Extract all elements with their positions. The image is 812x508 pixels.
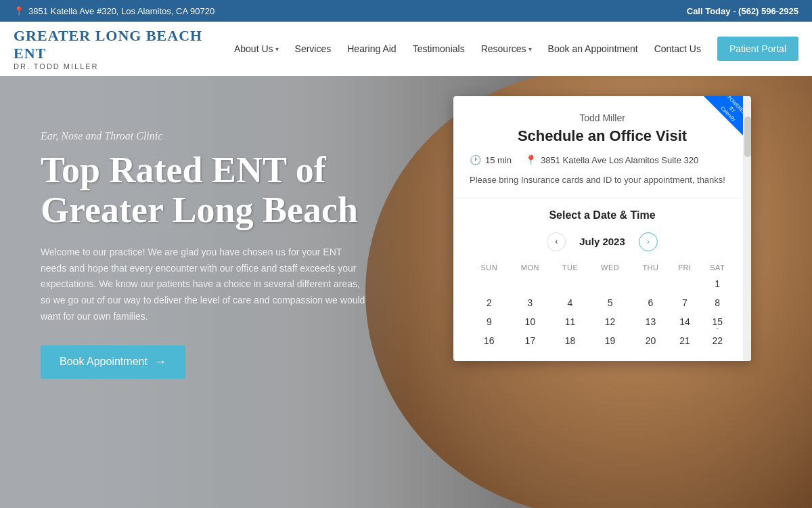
calendar-navigation: ‹ July 2023 › bbox=[470, 232, 735, 251]
calendar-visit-title: Schedule an Office Visit bbox=[470, 127, 735, 145]
hero-title: Top Rated ENT of Greater Long Beach bbox=[41, 150, 392, 231]
cal-day-9[interactable]: 9 bbox=[470, 312, 509, 331]
patient-portal-button[interactable]: Patient Portal bbox=[717, 37, 798, 61]
cal-day-3[interactable]: 3 bbox=[509, 293, 551, 312]
cal-day-8[interactable]: 8 bbox=[700, 293, 735, 312]
calendar-week-1: 1 bbox=[470, 274, 735, 293]
cal-day-6[interactable]: 6 bbox=[631, 293, 669, 312]
calendar-note: Please bring Insurance cards and ID to y… bbox=[470, 173, 735, 187]
cal-empty bbox=[631, 274, 669, 293]
scrollbar-thumb[interactable] bbox=[744, 117, 751, 157]
phone-number: (562) 596-2925 bbox=[738, 6, 798, 16]
calendar-meta: 🕐 15 min 📍 3851 Katella Ave Los Alamitos… bbox=[470, 154, 735, 165]
select-date-time-label: Select a Date & Time bbox=[470, 209, 735, 221]
next-month-button[interactable]: › bbox=[639, 232, 658, 251]
hero-content: Ear, Nose and Throat Clinic Top Rated EN… bbox=[41, 130, 392, 379]
cal-day-19[interactable]: 19 bbox=[589, 331, 631, 350]
hero-description: Welcome to our practice! We are glad you… bbox=[41, 245, 365, 325]
arrow-right-icon: → bbox=[154, 355, 166, 369]
day-wed: WED bbox=[589, 261, 631, 274]
hero-section: Ear, Nose and Throat Clinic Top Rated EN… bbox=[0, 76, 812, 508]
nav-about[interactable]: About Us ▾ bbox=[227, 38, 286, 60]
nav-testimonials[interactable]: Testimonials bbox=[406, 38, 472, 60]
calendar-doctor-name: Todd Miller bbox=[470, 112, 735, 123]
phone-bar: Call Today - (562) 596-2925 bbox=[687, 6, 798, 16]
nav-services[interactable]: Services bbox=[288, 38, 338, 60]
nav-book-appointment[interactable]: Book an Appointment bbox=[541, 38, 645, 60]
book-appointment-button[interactable]: Book Appointment → bbox=[41, 345, 185, 379]
phone-label: Call Today - bbox=[687, 6, 736, 16]
nav-links: About Us ▾ Services Hearing Aid Testimon… bbox=[227, 37, 798, 61]
cal-day-2[interactable]: 2 bbox=[470, 293, 509, 312]
cal-day-7[interactable]: 7 bbox=[670, 293, 700, 312]
calendar-week-4: 16 17 18 19 20 21 22 bbox=[470, 331, 735, 350]
cal-day-16[interactable]: 16 bbox=[470, 331, 509, 350]
day-tue: TUE bbox=[551, 261, 589, 274]
map-pin-icon: 📍 bbox=[525, 154, 537, 165]
address-text: 3851 Katella Ave #320, Los Alamitos, CA … bbox=[28, 6, 215, 16]
calendar-week-3: 9 10 11 12 13 14 15 bbox=[470, 312, 735, 331]
day-sat: SAT bbox=[700, 261, 735, 274]
cal-day-10[interactable]: 10 bbox=[509, 312, 551, 331]
chevron-left-icon: ‹ bbox=[555, 236, 558, 247]
day-sun: SUN bbox=[470, 261, 509, 274]
prev-month-button[interactable]: ‹ bbox=[547, 232, 566, 251]
logo-title: Greater Long Beach ENT bbox=[14, 27, 227, 62]
cal-day-1[interactable]: 1 bbox=[700, 274, 735, 293]
cal-empty bbox=[670, 274, 700, 293]
logo-subtitle: Dr. Todd Miller bbox=[14, 62, 227, 70]
calendar-week-2: 2 3 4 5 6 7 8 bbox=[470, 293, 735, 312]
logo[interactable]: Greater Long Beach ENT Dr. Todd Miller bbox=[14, 27, 227, 70]
calendar-panel: POWEREDBYCalendly Todd Miller Schedule a… bbox=[453, 96, 751, 361]
current-month-label: July 2023 bbox=[579, 236, 625, 247]
navbar: Greater Long Beach ENT Dr. Todd Miller A… bbox=[0, 22, 812, 76]
duration-text: 15 min bbox=[485, 155, 512, 165]
calendar-address-text: 3851 Katella Ave Los Alamitos Suite 320 bbox=[541, 155, 698, 165]
day-mon: MON bbox=[509, 261, 551, 274]
cal-day-22[interactable]: 22 bbox=[700, 331, 735, 350]
address-bar: 📍 3851 Katella Ave #320, Los Alamitos, C… bbox=[14, 6, 215, 16]
calendar-grid: SUN MON TUE WED THU FRI SAT bbox=[470, 261, 735, 350]
nav-contact[interactable]: Contact Us bbox=[648, 38, 708, 60]
cal-day-20[interactable]: 20 bbox=[631, 331, 669, 350]
cal-day-17[interactable]: 17 bbox=[509, 331, 551, 350]
cal-day-11[interactable]: 11 bbox=[551, 312, 589, 331]
calendar-body: Select a Date & Time ‹ July 2023 › SUN M… bbox=[453, 198, 751, 361]
location-icon: 📍 bbox=[14, 6, 24, 16]
chevron-right-icon: › bbox=[646, 236, 650, 247]
calendar-address: 📍 3851 Katella Ave Los Alamitos Suite 32… bbox=[525, 154, 698, 165]
calendar-duration: 🕐 15 min bbox=[470, 154, 512, 165]
scrollbar[interactable] bbox=[743, 96, 751, 361]
cal-day-13[interactable]: 13 bbox=[631, 312, 669, 331]
cal-empty bbox=[470, 274, 509, 293]
cal-day-14[interactable]: 14 bbox=[670, 312, 700, 331]
cal-empty bbox=[509, 274, 551, 293]
hero-subtitle: Ear, Nose and Throat Clinic bbox=[41, 130, 392, 142]
cal-empty bbox=[551, 274, 589, 293]
day-thu: THU bbox=[631, 261, 669, 274]
cal-empty bbox=[589, 274, 631, 293]
clock-icon: 🕐 bbox=[470, 154, 481, 165]
chevron-down-icon: ▾ bbox=[528, 45, 532, 53]
nav-resources[interactable]: Resources ▾ bbox=[474, 38, 539, 60]
cal-day-12[interactable]: 12 bbox=[589, 312, 631, 331]
cal-day-4[interactable]: 4 bbox=[551, 293, 589, 312]
cal-day-21[interactable]: 21 bbox=[670, 331, 700, 350]
calendar-body-rows: 1 2 3 4 5 6 7 8 9 10 11 bbox=[470, 274, 735, 350]
nav-hearing-aid[interactable]: Hearing Aid bbox=[340, 38, 403, 60]
book-appointment-label: Book Appointment bbox=[60, 356, 148, 368]
calendar-header-row: SUN MON TUE WED THU FRI SAT bbox=[470, 261, 735, 274]
cal-day-18[interactable]: 18 bbox=[551, 331, 589, 350]
day-fri: FRI bbox=[670, 261, 700, 274]
calendar-header: Todd Miller Schedule an Office Visit 🕐 1… bbox=[453, 96, 751, 198]
cal-day-15[interactable]: 15 bbox=[700, 312, 735, 331]
cal-day-5[interactable]: 5 bbox=[589, 293, 631, 312]
top-bar: 📍 3851 Katella Ave #320, Los Alamitos, C… bbox=[0, 0, 812, 22]
chevron-down-icon: ▾ bbox=[275, 45, 279, 53]
